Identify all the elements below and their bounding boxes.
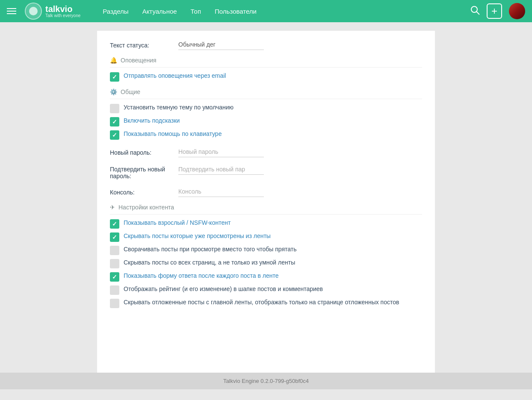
status-input[interactable] [178,39,264,50]
header: talkvio Talk with everyone Разделы Актуа… [0,0,532,22]
hide-viewed-checkbox[interactable]: ✓ [110,232,119,242]
status-row: Текст статуса: [110,39,422,50]
dark-theme-row: Установить темную тему по умолчанию [110,103,422,113]
svg-point-0 [471,6,477,12]
status-label: Текст статуса: [110,39,178,49]
nav-item-actual[interactable]: Актуальное [142,8,177,15]
checkmark-icon: ✓ [112,118,117,125]
hide-all-pages-row: Скрывать посты со всех страниц, а не тол… [110,259,422,268]
logo-subtitle: Talk with everyone [45,13,80,18]
hamburger-menu-icon[interactable] [7,8,16,14]
console-input[interactable] [178,186,264,197]
footer: Talkvio Engine 0.2.0-799-g50bf0c4 [0,373,532,389]
arrow-icon: ✈ [110,204,115,211]
show-rating-label[interactable]: Отображать рейтинг (и его изменение) в ш… [124,285,323,294]
hide-deferred-row: Скрывать отложенные посты с главной лент… [110,298,422,308]
nsfw-checkbox[interactable]: ✓ [110,219,119,229]
hints-row: ✓ Включить подсказки [110,117,422,126]
settings-card: Текст статуса: 🔔 Оповещения ✓ Отправлять… [97,31,435,373]
show-rating-row: Отображать рейтинг (и его изменение) в ш… [110,285,422,295]
nav-item-users[interactable]: Пользователи [215,8,257,15]
main-nav: Разделы Актуальное Топ Пользователи [103,8,257,15]
show-rating-checkbox[interactable] [110,285,119,295]
notifications-section-header: 🔔 Оповещения [110,57,422,68]
search-icon[interactable] [470,6,480,17]
checkmark-icon: ✓ [112,274,117,280]
keyboard-help-checkbox[interactable]: ✓ [110,130,119,140]
hints-checkbox[interactable]: ✓ [110,117,119,126]
nav-item-top[interactable]: Топ [191,8,201,15]
show-reply-form-row: ✓ Показывать форму ответа после каждого … [110,272,422,282]
hints-label[interactable]: Включить подсказки [124,117,180,125]
add-button[interactable]: + [487,3,502,19]
general-section-title: Общие [121,88,140,95]
footer-text: Talkvio Engine 0.2.0-799-g50bf0c4 [223,378,309,384]
dark-theme-checkbox[interactable] [110,104,119,113]
header-left: talkvio Talk with everyone Разделы Актуа… [7,3,257,20]
collapse-posts-checkbox[interactable] [110,246,119,255]
confirm-password-input[interactable] [178,164,264,175]
content-wrapper: Текст статуса: 🔔 Оповещения ✓ Отправлять… [47,22,485,373]
hide-viewed-label[interactable]: Скрывать посты которые уже просмотрены и… [124,232,271,241]
new-password-row: Новый пароль: [110,147,422,157]
email-notifications-row: ✓ Отправлять оповещения через email [110,72,422,82]
hide-all-pages-checkbox[interactable] [110,259,119,268]
console-label: Консоль: [110,186,178,196]
confirm-password-row: Подтвердить новый пароль: [110,164,422,179]
email-notifications-checkbox[interactable]: ✓ [110,72,119,82]
dark-theme-label[interactable]: Установить темную тему по умолчанию [124,103,233,112]
console-row: Консоль: [110,186,422,197]
collapse-posts-label[interactable]: Сворачивать посты при просмотре вместо т… [124,245,297,254]
logo-circle [25,3,42,20]
show-reply-form-label[interactable]: Показывать форму ответа после каждого по… [124,272,279,280]
logo-title: talkvio [45,5,80,13]
nav-item-sections[interactable]: Разделы [103,8,128,15]
content-section-header: ✈ Настройки контента [110,204,422,215]
new-password-input[interactable] [178,147,264,157]
bell-icon: 🔔 [110,57,117,64]
show-reply-form-checkbox[interactable]: ✓ [110,272,119,282]
confirm-password-label: Подтвердить новый пароль: [110,164,178,179]
hide-all-pages-label[interactable]: Скрывать посты со всех страниц, а не тол… [124,259,295,267]
avatar[interactable] [509,3,525,19]
logo[interactable]: talkvio Talk with everyone [25,3,80,20]
content-section-title: Настройки контента [118,204,174,211]
collapse-posts-row: Сворачивать посты при просмотре вместо т… [110,245,422,255]
checkmark-icon: ✓ [112,234,117,241]
checkmark-icon: ✓ [112,132,117,138]
hide-deferred-checkbox[interactable] [110,299,119,308]
general-section-header: ⚙️ Общие [110,88,422,99]
hide-deferred-label[interactable]: Скрывать отложенные посты с главной лент… [124,298,399,307]
email-notifications-label[interactable]: Отправлять оповещения через email [124,72,226,80]
checkmark-icon: ✓ [112,74,117,80]
hide-viewed-row: ✓ Скрывать посты которые уже просмотрены… [110,232,422,242]
svg-line-1 [476,12,479,15]
nsfw-label[interactable]: Показывать взрослый / NSFW-контент [124,219,231,227]
nsfw-row: ✓ Показывать взрослый / NSFW-контент [110,219,422,229]
checkmark-icon: ✓ [112,221,117,227]
new-password-label: Новый пароль: [110,147,178,156]
gear-icon: ⚙️ [110,88,117,95]
header-right: + [470,3,525,19]
keyboard-help-label[interactable]: Показывать помощь по клавиатуре [124,130,222,138]
notifications-section-title: Оповещения [121,57,157,64]
keyboard-help-row: ✓ Показывать помощь по клавиатуре [110,130,422,140]
